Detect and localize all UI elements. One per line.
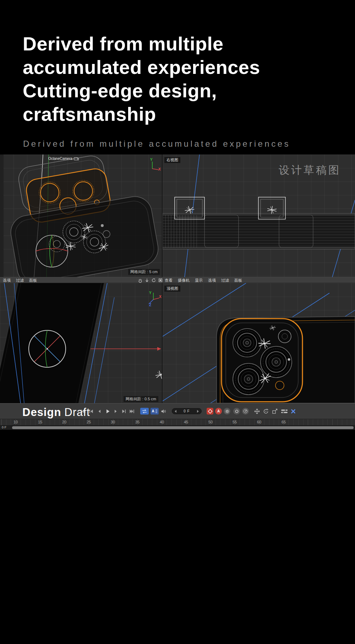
camera-lens (233, 363, 264, 395)
viewport-divider[interactable] (162, 155, 163, 277)
loop-playback-button[interactable] (140, 408, 149, 415)
timeline-status-bar: 0 F (0, 426, 355, 430)
overlay-caption-bold: Design (22, 406, 61, 418)
ruler-tick: 20 (62, 420, 66, 424)
phone-side-wireframe (163, 213, 355, 249)
autokey-label: A (152, 409, 154, 413)
phone-silhouette (0, 283, 108, 403)
ruler-tick: 10 (13, 420, 18, 424)
autokeying-label: A (217, 409, 220, 413)
camera-label[interactable]: OctaneCamera (48, 157, 78, 161)
front-view-canvas (0, 283, 162, 403)
camera-lens (233, 329, 261, 357)
camera-lens (261, 346, 292, 378)
ruler-tick: 30 (111, 420, 115, 424)
timing-dial-icon[interactable] (242, 408, 249, 415)
right-viewport-menu: 查看 摄像机 显示 选项 过滤 面板 (165, 278, 247, 283)
viewport-menubar: 选项 过滤 面板 查看 摄像机 显示 选项 过滤 面板 (0, 277, 355, 283)
menu-item-options[interactable]: 选项 (208, 278, 216, 283)
red-axis-arrow (91, 347, 161, 351)
grid-spacing-label: 网格间距 : 0.5 cm (124, 396, 158, 402)
ruler-tick: 40 (160, 420, 164, 424)
keying-settings-gear-icon[interactable] (224, 408, 230, 415)
play-button[interactable] (105, 408, 110, 414)
c4d-editor-screenshot: OctaneCamera Y X 网格间距 : 5 cm (0, 155, 355, 430)
axis-x-label: X (159, 295, 162, 299)
ruler-tick: 50 (208, 420, 213, 424)
title-line-4: craftsmanship (23, 102, 260, 126)
autokey-button[interactable]: A (151, 408, 159, 415)
title-line-1: Derived from multiple (23, 32, 260, 55)
autokeying-toggle-button[interactable]: A (215, 408, 222, 415)
previous-frame-button[interactable] (97, 408, 102, 414)
frame-decrement-icon[interactable] (175, 410, 176, 413)
mic-dot (288, 358, 290, 361)
axis-x-label: X (158, 167, 161, 171)
zoom-arrow-icon[interactable] (144, 278, 149, 283)
lidar-ring (275, 381, 284, 390)
layer-sliders-icon[interactable] (281, 409, 288, 414)
sound-toggle-button[interactable] (161, 409, 166, 414)
axis-gizmo (152, 162, 159, 170)
title-line-3: Cutting-edge design, (23, 79, 260, 102)
flash-ring (278, 330, 291, 343)
timeline-scrollbar[interactable] (12, 426, 354, 429)
menu-item-view[interactable]: 查看 (165, 278, 173, 283)
perspective-canvas (0, 155, 162, 277)
rotate-view-icon[interactable] (151, 278, 156, 283)
maximize-view-icon[interactable] (158, 278, 163, 283)
current-frame-label: 0 F (2, 426, 6, 429)
record-keyframe-button[interactable] (207, 408, 213, 415)
keyframe-selection-icon[interactable] (233, 408, 240, 415)
pan-hand-icon[interactable] (138, 278, 143, 283)
x-axis-lock-icon[interactable] (290, 408, 296, 414)
phone-case-exploded-wireframe (0, 155, 161, 277)
viewport-label[interactable]: 右视图 (164, 157, 180, 163)
ruler-tick: 35 (135, 420, 140, 424)
ruler-tick: 55 (233, 420, 237, 424)
menu-item-panel[interactable]: 面板 (29, 278, 37, 283)
ruler-tick: 15 (38, 420, 42, 424)
scale-tool-icon[interactable] (272, 408, 278, 415)
frame-increment-icon[interactable] (197, 410, 199, 413)
right-view-viewport[interactable]: 右视图 设计草稿图 (163, 155, 355, 277)
page-title: Derived from multiple accumulated experi… (23, 32, 260, 126)
viewport-label[interactable]: 顶视图 (164, 286, 180, 292)
frame-value: 0 F (184, 409, 190, 413)
overlay-caption: DesignDraft (22, 406, 90, 419)
watermark-text: 设计草稿图 (279, 163, 341, 178)
front-view-viewport[interactable]: Y X Z 网格间距 : 0.5 cm (0, 283, 162, 403)
next-key-button[interactable] (121, 408, 127, 414)
current-frame-field[interactable]: 0 F (172, 408, 202, 414)
axis-z-label: Z (149, 303, 151, 307)
menu-item-camera[interactable]: 摄像机 (178, 278, 190, 283)
perspective-viewport[interactable]: OctaneCamera Y X 网格间距 : 5 cm (0, 155, 162, 277)
axis-y-label: Y (150, 158, 153, 162)
menu-item-filter[interactable]: 过滤 (16, 278, 24, 283)
ruler-tick: 25 (87, 420, 91, 424)
rotate-tool-icon[interactable] (263, 408, 269, 415)
top-view-viewport[interactable]: 顶视图 (163, 283, 355, 403)
menu-item-options[interactable]: 选项 (3, 278, 11, 283)
timeline-ruler[interactable]: 10 15 20 25 30 35 40 45 50 55 60 65 (0, 419, 355, 426)
left-viewport-menu: 选项 过滤 面板 (3, 278, 42, 283)
viewport-edge-shade (0, 155, 4, 277)
go-to-end-button[interactable] (129, 408, 135, 414)
camera-icon (74, 157, 78, 160)
camera-name: OctaneCamera (48, 157, 72, 161)
ruler-tick: 60 (257, 420, 261, 424)
menu-item-filter[interactable]: 过滤 (221, 278, 229, 283)
top-view-canvas (163, 283, 355, 403)
ruler-tick: 65 (282, 420, 286, 424)
grid-spacing-label: 网格间距 : 5 cm (128, 269, 160, 275)
hero-section: Derived from multiple accumulated experi… (0, 0, 355, 155)
axis-y-label: Y (149, 291, 152, 295)
overlay-caption-light: Draft (64, 406, 90, 418)
sparkle-icon (156, 371, 162, 379)
menu-item-display[interactable]: 显示 (195, 278, 203, 283)
move-tool-icon[interactable] (254, 408, 260, 415)
ruler-tick: 45 (184, 420, 188, 424)
page-subtitle: Derived from multiple accumulated experi… (23, 139, 290, 149)
next-frame-button[interactable] (113, 408, 119, 414)
menu-item-panel[interactable]: 面板 (234, 278, 242, 283)
